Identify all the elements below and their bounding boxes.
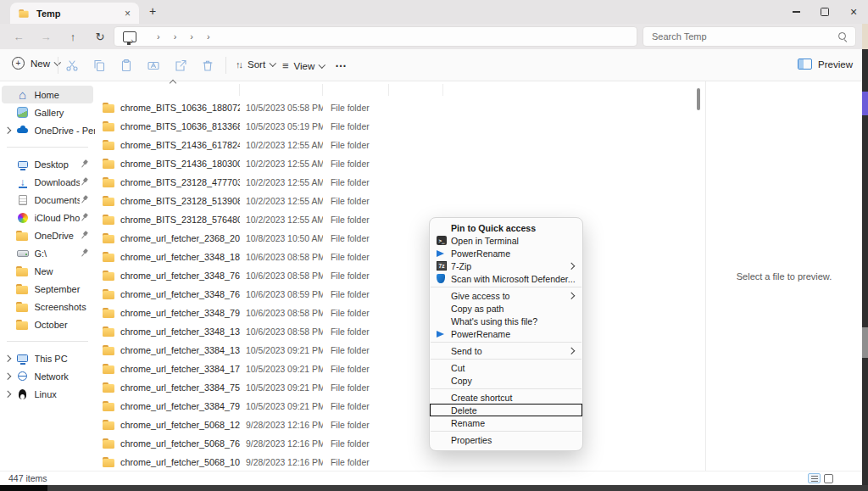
file-row[interactable]: chrome_url_fetcher_5068_1016669819 9/28/…: [96, 453, 694, 471]
file-row[interactable]: chrome_url_fetcher_5068_12030369 9/28/20…: [96, 416, 694, 434]
sidebar-item[interactable]: iCloud Photos: [0, 209, 95, 226]
sidebar-item[interactable]: New: [0, 262, 95, 280]
sidebar-item[interactable]: Home: [2, 86, 93, 103]
copy-icon[interactable]: [92, 59, 106, 72]
list-scrollbar[interactable]: [694, 81, 703, 471]
context-menu-item[interactable]: Delete: [430, 404, 582, 416]
file-type: File folder: [323, 402, 389, 411]
sidebar-item[interactable]: Gallery: [0, 103, 95, 121]
tab-temp[interactable]: Temp ×: [10, 3, 139, 24]
sidebar-item[interactable]: Network: [0, 367, 95, 385]
scrollbar-thumb[interactable]: [697, 88, 700, 110]
cut-icon[interactable]: [65, 59, 79, 72]
column-header[interactable]: [389, 84, 443, 96]
paste-icon[interactable]: [120, 59, 133, 72]
close-button[interactable]: ×: [839, 0, 868, 24]
sidebar-item[interactable]: Screenshots: [0, 298, 95, 315]
sidebar-item[interactable]: Downloads: [0, 173, 95, 191]
file-row[interactable]: chrome_BITS_10636_813368861 10/5/2023 05…: [96, 117, 694, 136]
delete-icon[interactable]: [201, 59, 214, 72]
chevron-right-icon[interactable]: [4, 391, 11, 398]
sidebar-item[interactable]: Documents: [0, 191, 95, 209]
share-icon[interactable]: [174, 59, 187, 72]
search-box[interactable]: [643, 26, 856, 47]
file-row[interactable]: chrome_BITS_21436_1803008613 10/2/2023 1…: [96, 154, 694, 173]
file-row[interactable]: chrome_BITS_23128_576480583 10/2/2023 12…: [96, 210, 694, 229]
file-row[interactable]: chrome_url_fetcher_3384_133701332 10/5/2…: [96, 341, 694, 360]
sidebar-item[interactable]: September: [0, 280, 95, 298]
new-tab-icon[interactable]: +: [149, 4, 156, 18]
minimize-button[interactable]: [782, 0, 810, 24]
file-date-modified: 10/2/2023 12:55 AM: [240, 141, 323, 150]
maximize-button[interactable]: [810, 0, 839, 24]
column-header[interactable]: [240, 84, 323, 96]
details-view-icon[interactable]: [808, 473, 821, 483]
back-icon[interactable]: ←: [5, 31, 32, 43]
context-menu-item[interactable]: Copy: [430, 374, 582, 387]
context-menu-item[interactable]: Scan with Microsoft Defender...: [430, 272, 582, 285]
column-header[interactable]: [96, 84, 240, 96]
tab-close-icon[interactable]: ×: [123, 8, 132, 19]
sidebar-item[interactable]: OneDrive: [0, 226, 95, 244]
context-menu-item[interactable]: Send to: [430, 344, 582, 357]
view-button[interactable]: ≡ View: [282, 59, 325, 72]
breadcrumb-segment[interactable]: [150, 31, 167, 42]
context-menu-item[interactable]: PowerRename: [430, 247, 582, 259]
file-row[interactable]: chrome_url_fetcher_3384_754151892 10/5/2…: [96, 378, 694, 397]
context-menu-item[interactable]: 7-Zip: [430, 259, 582, 272]
up-icon[interactable]: ↑: [59, 31, 86, 43]
context-menu-item[interactable]: Properties: [430, 433, 582, 446]
rename-icon[interactable]: [147, 59, 160, 72]
context-menu-item[interactable]: Copy as path: [430, 302, 582, 315]
context-menu-item[interactable]: Rename: [430, 416, 582, 429]
sidebar-item-label: This PC: [35, 354, 96, 364]
context-menu-item[interactable]: Cut: [430, 361, 582, 374]
file-row[interactable]: chrome_url_fetcher_3348_1390261003 10/6/…: [96, 322, 694, 341]
address-bar[interactable]: [114, 26, 637, 47]
context-menu-item[interactable]: Open in Terminal: [430, 234, 582, 247]
file-row[interactable]: chrome_url_fetcher_3384_172591398 10/5/2…: [96, 360, 694, 378]
large-icons-view-icon[interactable]: [824, 474, 833, 483]
folder-icon: [102, 250, 115, 264]
file-row[interactable]: chrome_url_fetcher_3384_799376111 10/5/2…: [96, 397, 694, 416]
chevron-right-icon[interactable]: [4, 127, 11, 134]
file-name: chrome_url_fetcher_2368_2079736239: [120, 233, 240, 243]
context-menu-item[interactable]: Give access to: [430, 289, 582, 302]
submenu-chevron-icon: [567, 293, 574, 299]
breadcrumb-segment[interactable]: [167, 31, 184, 42]
file-row[interactable]: chrome_BITS_10636_188072365 10/5/2023 05…: [96, 98, 694, 117]
folder-icon: [102, 232, 115, 245]
sidebar-item[interactable]: This PC: [0, 349, 95, 367]
file-name: chrome_BITS_10636_188072365: [120, 103, 240, 113]
chevron-right-icon[interactable]: [4, 373, 11, 380]
file-row[interactable]: chrome_BITS_23128_477703953 10/2/2023 12…: [96, 173, 694, 192]
context-menu-item[interactable]: Pin to Quick access: [430, 221, 582, 234]
context-menu-item[interactable]: PowerRename: [430, 327, 582, 340]
context-menu-item[interactable]: What's using this file?: [430, 315, 582, 327]
column-header[interactable]: [323, 84, 389, 96]
file-row[interactable]: chrome_url_fetcher_3348_184030118 10/6/2…: [96, 248, 694, 266]
file-row[interactable]: chrome_url_fetcher_3348_791636275 10/6/2…: [96, 304, 694, 322]
file-row[interactable]: chrome_BITS_21436_617824255 10/2/2023 12…: [96, 136, 694, 154]
search-input[interactable]: [643, 27, 836, 46]
breadcrumb-segment[interactable]: [183, 31, 200, 42]
sidebar-item[interactable]: October: [0, 315, 95, 333]
sort-button[interactable]: ↑↓ Sort: [236, 59, 275, 70]
sidebar-item[interactable]: Desktop: [0, 155, 95, 173]
file-row[interactable]: chrome_BITS_23128_513908135 10/2/2023 12…: [96, 192, 694, 210]
context-menu-item[interactable]: Create shortcut: [430, 391, 582, 404]
new-button[interactable]: + New: [12, 57, 60, 70]
sidebar-item[interactable]: OneDrive - Persona: [0, 121, 95, 139]
chevron-right-icon[interactable]: [4, 355, 11, 362]
sidebar-item[interactable]: Linux: [0, 385, 95, 403]
sidebar-item[interactable]: G:\: [0, 244, 95, 262]
breadcrumb-segment[interactable]: [200, 31, 217, 42]
forward-icon[interactable]: →: [32, 31, 59, 43]
file-row[interactable]: chrome_url_fetcher_5068_764171856 9/28/2…: [96, 434, 694, 453]
more-options-icon[interactable]: …: [335, 56, 347, 70]
refresh-icon[interactable]: ↻: [86, 31, 114, 43]
file-row[interactable]: chrome_url_fetcher_3348_762603971 10/6/2…: [96, 285, 694, 304]
file-row[interactable]: chrome_url_fetcher_3348_762165606 10/6/2…: [96, 266, 694, 285]
file-row[interactable]: chrome_url_fetcher_2368_2079736239 10/8/…: [96, 229, 694, 248]
preview-toggle-button[interactable]: Preview: [798, 59, 853, 70]
